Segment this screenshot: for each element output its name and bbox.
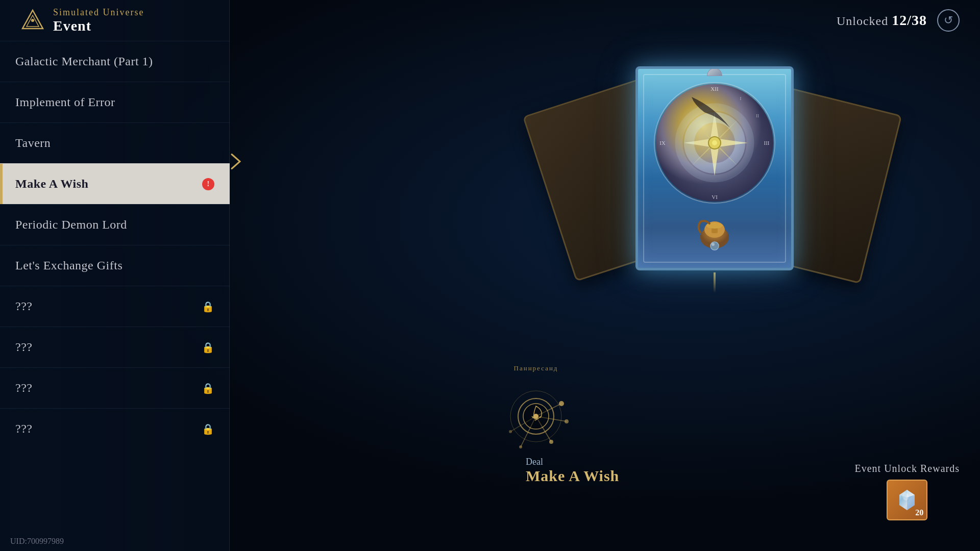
app-header: Simulated Universe Event Unlocked 12/38 … bbox=[0, 0, 980, 41]
menu-item-label: ??? bbox=[15, 340, 202, 354]
menu-item-locked-3[interactable]: ??? 🔒 bbox=[0, 367, 230, 408]
svg-point-65 bbox=[519, 445, 522, 448]
header-right: Unlocked 12/38 ↺ bbox=[837, 9, 960, 32]
menu-item-make-a-wish[interactable]: Make A Wish ! bbox=[0, 163, 230, 204]
card-display-area: XII III VI IX I II bbox=[536, 51, 893, 357]
header-title-block: Simulated Universe Event bbox=[53, 7, 144, 34]
menu-item-label: Tavern bbox=[15, 136, 214, 150]
lock-icon: 🔒 bbox=[202, 341, 215, 354]
event-deal-label: Deal Make A Wish bbox=[526, 457, 619, 485]
card-artifact-icon bbox=[694, 209, 735, 255]
alert-badge: ! bbox=[202, 178, 214, 190]
card-bottom-arrow bbox=[714, 272, 716, 293]
node-label: Паннресанд bbox=[495, 364, 577, 372]
menu-item-label: Periodic Demon Lord bbox=[15, 218, 214, 232]
unlocked-label: Unlocked 12/38 bbox=[837, 12, 927, 29]
menu-item-periodic-demon-lord[interactable]: Periodic Demon Lord bbox=[0, 204, 230, 245]
menu-item-label: ??? bbox=[15, 422, 202, 436]
card-top-pin bbox=[707, 68, 722, 76]
svg-point-31 bbox=[31, 19, 34, 22]
menu-item-label: Make A Wish bbox=[15, 177, 202, 191]
node-network: Паннресанд bbox=[495, 364, 577, 459]
svg-text:I: I bbox=[740, 96, 742, 101]
svg-point-52 bbox=[712, 243, 715, 246]
svg-text:III: III bbox=[764, 140, 770, 146]
menu-item-label: ??? bbox=[15, 381, 202, 395]
reward-item: 20 bbox=[887, 480, 927, 520]
card-item-group bbox=[694, 209, 735, 255]
deal-prefix: Deal bbox=[526, 457, 619, 467]
unlocked-count: 12/38 bbox=[892, 12, 927, 28]
rewards-title: Event Unlock Rewards bbox=[854, 463, 960, 474]
logo-icon bbox=[20, 8, 45, 33]
menu-item-locked-4[interactable]: ??? 🔒 bbox=[0, 408, 230, 449]
menu-item-locked-1[interactable]: ??? 🔒 bbox=[0, 286, 230, 327]
menu-item-label: ??? bbox=[15, 299, 202, 313]
svg-point-63 bbox=[565, 419, 569, 423]
lock-icon: 🔒 bbox=[202, 382, 215, 394]
refresh-button[interactable]: ↺ bbox=[937, 9, 960, 32]
menu-item-label: Implement of Error bbox=[15, 95, 214, 109]
svg-text:XII: XII bbox=[710, 86, 719, 92]
svg-point-61 bbox=[533, 414, 538, 419]
menu-list: Galactic Merchant (Part 1) Implement of … bbox=[0, 41, 230, 531]
app-subtitle: Simulated Universe bbox=[53, 7, 144, 18]
svg-point-64 bbox=[549, 440, 553, 444]
menu-item-label: Galactic Merchant (Part 1) bbox=[15, 55, 214, 68]
sidebar-expand-arrow[interactable] bbox=[230, 153, 242, 174]
header-left: Simulated Universe Event bbox=[20, 7, 144, 34]
reward-count: 20 bbox=[915, 508, 923, 517]
svg-text:IX: IX bbox=[659, 140, 666, 146]
lock-icon: 🔒 bbox=[202, 300, 215, 313]
event-name-label: Make A Wish bbox=[526, 467, 619, 485]
menu-item-label: Let's Exchange Gifts bbox=[15, 259, 214, 272]
menu-item-tavern[interactable]: Tavern bbox=[0, 122, 230, 163]
lock-icon: 🔒 bbox=[202, 423, 215, 435]
svg-point-66 bbox=[509, 430, 512, 433]
menu-item-galactic-merchant[interactable]: Galactic Merchant (Part 1) bbox=[0, 41, 230, 82]
node-svg bbox=[495, 375, 577, 457]
menu-item-implement-of-error[interactable]: Implement of Error bbox=[0, 82, 230, 122]
svg-text:II: II bbox=[756, 113, 759, 118]
svg-point-51 bbox=[710, 242, 719, 250]
app-title: Event bbox=[53, 18, 144, 34]
main-card: XII III VI IX I II bbox=[635, 66, 794, 270]
card-clock: XII III VI IX I II bbox=[648, 77, 781, 209]
menu-item-locked-2[interactable]: ??? 🔒 bbox=[0, 327, 230, 367]
menu-item-exchange-gifts[interactable]: Let's Exchange Gifts bbox=[0, 245, 230, 286]
uid-label: UID:700997989 bbox=[10, 537, 64, 546]
svg-point-42 bbox=[712, 140, 717, 145]
svg-text:VI: VI bbox=[712, 194, 718, 200]
rewards-panel: Event Unlock Rewards 20 bbox=[854, 463, 960, 520]
svg-point-62 bbox=[559, 401, 564, 406]
